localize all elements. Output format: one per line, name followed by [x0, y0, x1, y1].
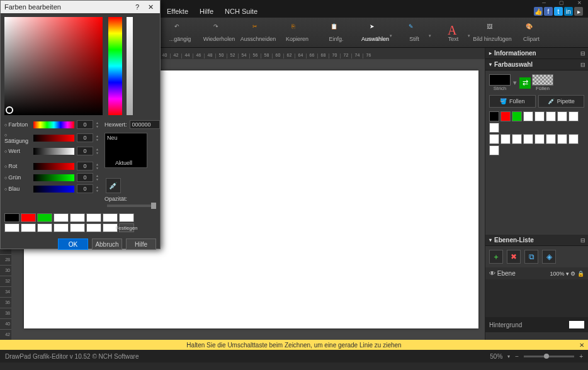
preset-swatch[interactable]: [4, 213, 20, 222]
fill-button[interactable]: 🪣Füllen: [489, 95, 536, 108]
panel-collapse-icon[interactable]: ⊟: [580, 237, 585, 244]
palette-swatch[interactable]: [489, 145, 499, 155]
palette-swatch[interactable]: [489, 123, 499, 133]
help-button[interactable]: Hilfe: [126, 238, 156, 250]
palette-swatch[interactable]: [546, 134, 556, 144]
hue-slider[interactable]: [108, 17, 122, 115]
saturation-track[interactable]: [33, 135, 74, 142]
preset-swatch[interactable]: [86, 213, 101, 222]
preset-swatch[interactable]: [21, 223, 36, 232]
alpha-slider[interactable]: [127, 17, 133, 115]
color-field[interactable]: [4, 17, 103, 115]
palette-swatch[interactable]: [557, 134, 567, 144]
layer-settings-icon[interactable]: ⚙: [570, 271, 575, 277]
stroke-swatch[interactable]: [489, 74, 511, 86]
preset-swatch[interactable]: [54, 223, 69, 232]
blue-input[interactable]: [77, 184, 93, 193]
hue-input[interactable]: [77, 120, 93, 129]
layers-panel-header[interactable]: Ebenen-Liste⊟: [485, 235, 588, 246]
close-button[interactable]: ✕: [570, 0, 588, 5]
zoom-in-button[interactable]: +: [579, 353, 583, 360]
cut-button[interactable]: ✂Ausschneiden: [239, 18, 278, 47]
red-input[interactable]: [77, 162, 93, 171]
hint-close-button[interactable]: ✕: [579, 342, 584, 349]
paste-button[interactable]: 📋Einfg.: [317, 18, 356, 47]
preset-swatch[interactable]: [103, 213, 118, 222]
palette-swatch[interactable]: [512, 134, 522, 144]
add-layer-button[interactable]: ＋: [489, 250, 503, 264]
copy-button[interactable]: ⎘Kopieren: [278, 18, 317, 47]
duplicate-layer-button[interactable]: ⧉: [524, 250, 538, 264]
preset-swatch[interactable]: [37, 223, 52, 232]
info-panel-header[interactable]: Informationen⊟: [485, 48, 588, 59]
clipart-button[interactable]: 🎨Clipart: [512, 18, 551, 47]
blue-track[interactable]: [33, 186, 74, 193]
share-icon[interactable]: ▸: [574, 7, 583, 16]
panel-collapse-icon[interactable]: ⊟: [580, 50, 585, 57]
add-image-button[interactable]: 🖼Bild hinzufügen: [473, 18, 512, 47]
palette-swatch[interactable]: [512, 111, 522, 121]
palette-swatch[interactable]: [534, 111, 545, 121]
dialog-close-button[interactable]: ✕: [145, 3, 156, 11]
palette-swatch[interactable]: [534, 134, 545, 144]
like-icon[interactable]: 👍: [534, 7, 543, 16]
panel-collapse-icon[interactable]: ⊟: [580, 62, 585, 68]
zoom-out-button[interactable]: −: [515, 353, 519, 360]
palette-swatch[interactable]: [523, 111, 533, 121]
fill-swatch[interactable]: [532, 74, 553, 86]
palette-swatch[interactable]: [568, 111, 579, 121]
red-track[interactable]: [33, 163, 74, 170]
preset-swatch[interactable]: [119, 213, 134, 222]
redo-button[interactable]: ↷Wiederholen: [200, 18, 239, 47]
lock-icon[interactable]: 🔒: [577, 271, 584, 277]
menu-nch-suite[interactable]: NCH Suite: [225, 8, 257, 15]
palette-swatch[interactable]: [523, 134, 533, 144]
ok-button[interactable]: OK: [58, 238, 88, 250]
select-tool[interactable]: ➤Auswählen▾: [356, 18, 395, 47]
menu-help[interactable]: Hilfe: [200, 8, 213, 15]
colors-panel-header[interactable]: Farbauswahl⊟: [485, 59, 588, 70]
layer-item[interactable]: 👁 Ebene 100% ▾ ⚙ 🔒: [485, 267, 588, 279]
set-color-button[interactable]: Festlegen: [119, 223, 134, 232]
preset-swatch[interactable]: [70, 223, 85, 232]
green-track[interactable]: [33, 174, 74, 181]
maximize-button[interactable]: ▢: [553, 0, 570, 5]
preset-swatch[interactable]: [37, 213, 52, 222]
value-input[interactable]: [77, 147, 93, 155]
visibility-icon[interactable]: 👁: [489, 270, 495, 277]
green-input[interactable]: [77, 173, 93, 182]
minimize-button[interactable]: ─: [535, 0, 553, 5]
preset-swatch[interactable]: [21, 213, 36, 222]
facebook-icon[interactable]: f: [544, 7, 553, 16]
pen-tool[interactable]: ✎Stift▾: [395, 18, 434, 47]
palette-swatch[interactable]: [500, 111, 511, 121]
palette-swatch[interactable]: [489, 134, 499, 144]
zoom-slider[interactable]: [524, 356, 574, 357]
pipette-button[interactable]: 💉Pipette: [538, 95, 585, 108]
text-tool[interactable]: AText▾: [434, 18, 473, 47]
dialog-titlebar[interactable]: Farben bearbeiten ? ✕: [1, 1, 160, 13]
opacity-slider[interactable]: [107, 205, 156, 207]
background-layer[interactable]: Hintergrund: [485, 317, 588, 332]
undo-button[interactable]: ↶...gängig: [161, 18, 200, 47]
saturation-input[interactable]: [77, 133, 93, 142]
cancel-button[interactable]: Abbruch: [92, 238, 122, 250]
palette-swatch[interactable]: [489, 111, 499, 121]
preset-swatch[interactable]: [70, 213, 85, 222]
hex-input[interactable]: [130, 120, 160, 129]
twitter-icon[interactable]: t: [554, 7, 563, 16]
palette-swatch[interactable]: [557, 111, 567, 121]
zoom-dropdown-icon[interactable]: ▾: [507, 354, 510, 359]
linkedin-icon[interactable]: in: [564, 7, 573, 16]
palette-swatch[interactable]: [546, 111, 556, 121]
eyedropper-button[interactable]: 💉: [106, 178, 121, 193]
layer-options-button[interactable]: ◈: [542, 250, 556, 264]
hue-track[interactable]: [33, 121, 74, 128]
preset-swatch[interactable]: [54, 213, 69, 222]
value-track[interactable]: [33, 148, 74, 155]
menu-effects[interactable]: Effekte: [167, 8, 188, 15]
palette-swatch[interactable]: [568, 134, 579, 144]
delete-layer-button[interactable]: ✖: [507, 250, 521, 264]
preset-swatch[interactable]: [4, 223, 20, 232]
dialog-help-button[interactable]: ?: [133, 3, 142, 11]
